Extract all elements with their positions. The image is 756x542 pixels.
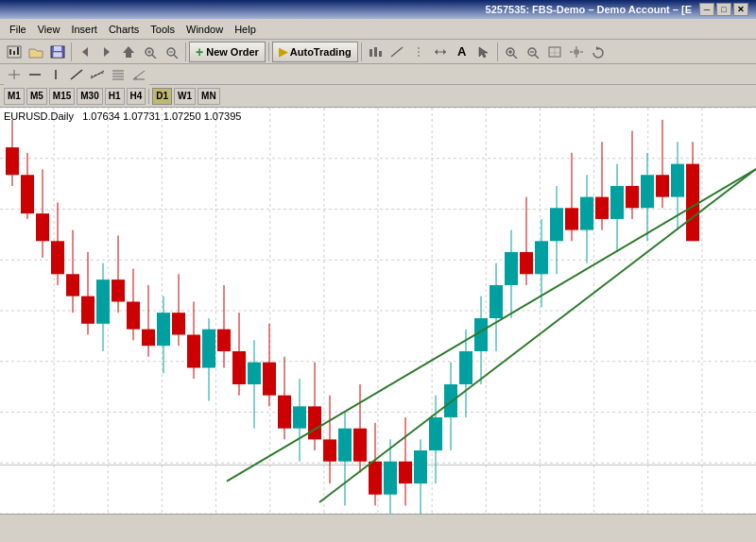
scroll-button[interactable] bbox=[430, 42, 451, 62]
forward-button[interactable] bbox=[96, 42, 117, 62]
menu-view[interactable]: View bbox=[32, 22, 66, 37]
last-value: 1.07395 bbox=[204, 110, 242, 122]
svg-line-28 bbox=[513, 55, 517, 59]
svg-line-48 bbox=[91, 71, 104, 78]
svg-marker-25 bbox=[443, 49, 446, 55]
text-button[interactable]: A bbox=[452, 42, 472, 62]
svg-rect-18 bbox=[369, 49, 372, 57]
period-sep-button[interactable] bbox=[408, 42, 429, 62]
line-button[interactable] bbox=[387, 42, 407, 62]
bid-value: 1.07634 bbox=[82, 110, 120, 122]
status-text bbox=[4, 517, 7, 528]
open-button[interactable] bbox=[26, 42, 46, 62]
tf-mn[interactable]: MN bbox=[198, 88, 220, 105]
tf-item-h1: H1 bbox=[105, 88, 125, 105]
close-button[interactable]: ✕ bbox=[733, 3, 748, 16]
menu-charts[interactable]: Charts bbox=[103, 22, 145, 37]
chart-area[interactable]: EURUSD.Daily 1.07634 1.07731 1.07250 1.0… bbox=[0, 108, 756, 514]
minimize-button[interactable]: ─ bbox=[699, 3, 714, 16]
tf-d1[interactable]: D1 bbox=[152, 88, 172, 105]
hline-button[interactable] bbox=[25, 64, 45, 85]
tf-item-m1: M1 bbox=[4, 88, 25, 105]
menu-tools[interactable]: Tools bbox=[145, 22, 180, 37]
chart-symbol-label: EURUSD.Daily 1.07634 1.07731 1.07250 1.0… bbox=[4, 110, 241, 122]
tf-h1[interactable]: H1 bbox=[105, 88, 125, 105]
tf-w1[interactable]: W1 bbox=[174, 88, 196, 105]
tf-h4[interactable]: H4 bbox=[127, 88, 146, 105]
tf-item-h4: H4 bbox=[127, 88, 146, 105]
separator5 bbox=[497, 42, 498, 61]
tf-m15[interactable]: M15 bbox=[49, 88, 75, 105]
menu-file[interactable]: File bbox=[4, 22, 32, 37]
svg-rect-20 bbox=[379, 51, 382, 57]
ask-value: 1.07731 bbox=[123, 110, 161, 122]
svg-line-55 bbox=[133, 71, 145, 79]
fibo-button[interactable] bbox=[108, 64, 129, 85]
tf-item-w1: W1 bbox=[174, 88, 196, 105]
svg-marker-7 bbox=[82, 47, 88, 57]
home-button[interactable] bbox=[118, 42, 139, 62]
statusbar bbox=[0, 514, 756, 531]
tf-m5[interactable]: M5 bbox=[26, 88, 47, 105]
titlebar: 5257535: FBS-Demo – Demo Account – [E ─ … bbox=[0, 0, 756, 19]
svg-point-37 bbox=[574, 49, 579, 55]
back-button[interactable] bbox=[75, 42, 95, 62]
tf-item-m5: M5 bbox=[26, 88, 47, 105]
tf-item-mn: MN bbox=[198, 88, 220, 105]
svg-rect-5 bbox=[54, 46, 61, 51]
vline-button[interactable] bbox=[45, 64, 66, 85]
channel-button[interactable] bbox=[87, 64, 108, 85]
tf-sep1 bbox=[148, 89, 149, 104]
menu-window[interactable]: Window bbox=[180, 22, 229, 37]
toolbar1: + New Order ▶ AutoTrading A bbox=[0, 40, 756, 64]
svg-marker-24 bbox=[435, 49, 438, 55]
tf-item-m30: M30 bbox=[77, 88, 102, 105]
angle-button[interactable] bbox=[129, 64, 149, 85]
maximize-button[interactable]: □ bbox=[716, 3, 731, 16]
high-value: 1.07250 bbox=[163, 110, 201, 122]
zoom-mag-in[interactable] bbox=[501, 42, 522, 62]
svg-line-47 bbox=[71, 70, 82, 79]
new-order-label: New Order bbox=[206, 46, 259, 58]
toolbar2 bbox=[0, 64, 756, 85]
menu-insert[interactable]: Insert bbox=[65, 22, 103, 37]
refresh-button[interactable] bbox=[588, 42, 609, 62]
crosshair-button[interactable] bbox=[4, 64, 25, 85]
tf-toolbar: M1 M5 M15 M30 H1 H4 D1 W1 MN bbox=[0, 85, 756, 108]
zoom-out-button[interactable] bbox=[162, 42, 182, 62]
svg-line-16 bbox=[174, 55, 178, 59]
zoom-in-button[interactable] bbox=[140, 42, 161, 62]
svg-rect-10 bbox=[126, 53, 131, 58]
svg-line-21 bbox=[391, 47, 403, 57]
new-order-icon: + bbox=[196, 44, 203, 59]
autotrading-label: AutoTrading bbox=[290, 46, 352, 58]
tf-m30[interactable]: M30 bbox=[77, 88, 102, 105]
svg-line-32 bbox=[535, 55, 539, 59]
new-chart-button[interactable] bbox=[4, 42, 25, 62]
separator3 bbox=[268, 42, 269, 61]
menu-help[interactable]: Help bbox=[229, 22, 262, 37]
svg-line-12 bbox=[152, 55, 156, 59]
save-button[interactable] bbox=[47, 42, 68, 62]
svg-rect-6 bbox=[53, 52, 62, 58]
new-order-button[interactable]: + New Order bbox=[189, 42, 266, 62]
separator2 bbox=[185, 42, 186, 61]
tf-m1[interactable]: M1 bbox=[4, 88, 25, 105]
svg-marker-9 bbox=[123, 46, 134, 53]
tline-button[interactable] bbox=[66, 64, 87, 85]
properties-button[interactable] bbox=[566, 42, 587, 62]
separator4 bbox=[361, 42, 362, 61]
zoom-fit[interactable] bbox=[544, 42, 565, 62]
svg-marker-26 bbox=[479, 47, 488, 58]
chart-type-button[interactable] bbox=[365, 42, 386, 62]
symbol-text: EURUSD.Daily bbox=[4, 110, 79, 122]
autotrading-button[interactable]: ▶ AutoTrading bbox=[272, 42, 358, 62]
candlestick-chart[interactable] bbox=[0, 108, 756, 514]
zoom-mag-out[interactable] bbox=[523, 42, 543, 62]
svg-rect-19 bbox=[374, 47, 377, 57]
cursor-button[interactable] bbox=[473, 42, 494, 62]
autotrading-icon: ▶ bbox=[279, 45, 287, 59]
titlebar-controls: ─ □ ✕ bbox=[699, 3, 748, 16]
menubar: File View Insert Charts Tools Window Hel… bbox=[0, 19, 756, 40]
tf-item-d1: D1 bbox=[152, 88, 172, 105]
